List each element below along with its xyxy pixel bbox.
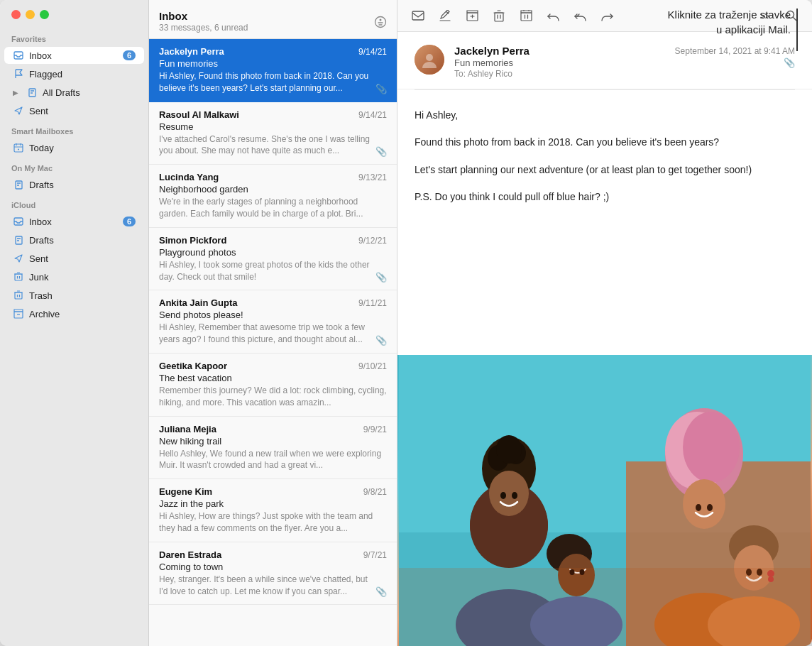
message-item[interactable]: Eugene Kim 9/8/21 Jazz in the park Hi As… bbox=[149, 479, 397, 542]
sidebar-item-inbox[interactable]: Inbox 6 bbox=[4, 47, 144, 64]
message-list-header-left: Inbox 33 messages, 6 unread bbox=[159, 10, 248, 33]
all-drafts-label: All Drafts bbox=[43, 87, 136, 98]
message-item[interactable]: Simon Pickford 9/12/21 Playground photos… bbox=[149, 228, 397, 291]
minimize-button[interactable] bbox=[26, 10, 35, 19]
message-preview: Hi Ashley, Found this photo from back in… bbox=[159, 70, 373, 94]
today-label: Today bbox=[29, 143, 136, 153]
message-list: Jackelyn Perra 9/14/21 Fun memories Hi A… bbox=[149, 39, 397, 646]
sidebar-item-flagged[interactable]: Flagged bbox=[4, 65, 144, 82]
reply-all-button[interactable] bbox=[569, 6, 591, 26]
sidebar-item-archive-icloud[interactable]: Archive bbox=[4, 305, 144, 322]
attachment-icon: 📎 bbox=[375, 272, 387, 283]
app-window: Favorites Inbox 6 Flagged ▶ bbox=[0, 0, 812, 646]
svg-point-34 bbox=[696, 504, 701, 511]
email-header-info: Jackelyn Perra Fun memories To: Ashley R… bbox=[454, 45, 665, 79]
message-item[interactable]: Juliana Mejia 9/9/21 New hiking trail He… bbox=[149, 417, 397, 480]
flagged-icon bbox=[13, 68, 24, 80]
message-preview: Hello Ashley, We found a new trail when … bbox=[159, 448, 387, 472]
email-body-paragraph: Let's start planning our next adventure … bbox=[415, 162, 795, 177]
sidebar-item-drafts-icloud[interactable]: Drafts bbox=[4, 231, 144, 248]
message-item[interactable]: Rasoul Al Malkawi 9/14/21 Resume I've at… bbox=[149, 102, 397, 165]
reply-button[interactable] bbox=[542, 6, 564, 26]
message-sender: Daren Estrada bbox=[159, 549, 221, 560]
email-body-paragraph: Found this photo from back in 2018. Can … bbox=[415, 134, 795, 150]
svg-rect-50 bbox=[399, 568, 811, 646]
drafts-mac-label: Drafts bbox=[29, 180, 136, 190]
sidebar-item-sent-icloud[interactable]: Sent bbox=[4, 250, 144, 267]
message-preview: Hi Ashley, Remember that awesome trip we… bbox=[159, 322, 373, 346]
junk-button[interactable] bbox=[515, 6, 537, 26]
tooltip-bar bbox=[796, 9, 798, 51]
junk-icloud-icon bbox=[13, 271, 24, 283]
drafts-mac-icon bbox=[13, 179, 24, 190]
message-list-header: Inbox 33 messages, 6 unread bbox=[149, 0, 397, 39]
message-item[interactable]: Daren Estrada 9/7/21 Coming to town Hey,… bbox=[149, 542, 397, 606]
email-detail-pane: >> bbox=[397, 0, 812, 646]
message-item[interactable]: Geetika Kapoor 9/10/21 The best vacation… bbox=[149, 354, 397, 417]
sidebar-item-sent[interactable]: Sent bbox=[4, 102, 144, 119]
forward-button[interactable] bbox=[596, 6, 618, 26]
attachment-icon: 📎 bbox=[375, 146, 387, 157]
filter-icon[interactable] bbox=[374, 14, 387, 29]
archive-button[interactable] bbox=[461, 6, 483, 26]
message-subject: Playground photos bbox=[159, 247, 387, 258]
message-item-top: Rasoul Al Malkawi 9/14/21 bbox=[159, 109, 387, 120]
svg-rect-14 bbox=[495, 13, 503, 21]
sidebar-item-all-drafts[interactable]: ▶ All Drafts bbox=[4, 84, 144, 101]
trash-button[interactable] bbox=[488, 6, 510, 26]
sidebar-item-drafts-mac[interactable]: Drafts bbox=[4, 176, 144, 193]
avatar-image bbox=[415, 45, 444, 75]
svg-point-11 bbox=[380, 18, 382, 21]
message-subject: Jazz in the park bbox=[159, 498, 387, 509]
inbox-icloud-label: Inbox bbox=[29, 217, 118, 227]
inbox-title: Inbox bbox=[159, 10, 248, 22]
message-preview: I've attached Carol's resume. She's the … bbox=[159, 133, 373, 158]
message-item[interactable]: Lucinda Yang 9/13/21 Neighborhood garden… bbox=[149, 165, 397, 228]
flagged-label: Flagged bbox=[29, 69, 136, 80]
sidebar-item-trash-icloud[interactable]: Trash bbox=[4, 287, 144, 304]
svg-point-33 bbox=[683, 479, 725, 529]
new-mail-button[interactable] bbox=[407, 6, 429, 26]
close-button[interactable] bbox=[11, 10, 21, 19]
inbox-label: Inbox bbox=[29, 50, 118, 61]
archive-icloud-icon bbox=[13, 308, 24, 319]
message-item-top: Eugene Kim 9/8/21 bbox=[159, 486, 387, 497]
message-sender: Juliana Mejia bbox=[159, 424, 216, 434]
archive-icloud-label: Archive bbox=[29, 309, 136, 319]
message-preview-row: Hello Ashley, We found a new trail when … bbox=[159, 448, 387, 472]
sidebar: Favorites Inbox 6 Flagged ▶ bbox=[0, 0, 149, 646]
message-item-top: Daren Estrada 9/7/21 bbox=[159, 549, 387, 560]
sidebar-item-today[interactable]: Today bbox=[4, 139, 144, 156]
message-list-pane: Inbox 33 messages, 6 unread Jackelyn Per… bbox=[149, 0, 397, 646]
svg-point-10 bbox=[375, 16, 386, 27]
attachment-icon: 📎 bbox=[375, 586, 387, 597]
message-preview-row: Hi Ashley, Found this photo from back in… bbox=[159, 70, 387, 94]
message-date: 9/11/21 bbox=[358, 298, 387, 308]
message-item-top: Geetika Kapoor 9/10/21 bbox=[159, 361, 387, 371]
attachment-indicator: 📎 bbox=[675, 58, 795, 68]
message-preview: Hi Ashley, I took some great photos of t… bbox=[159, 259, 373, 283]
icloud-section-label: iCloud bbox=[0, 194, 148, 212]
compose-button[interactable] bbox=[434, 6, 456, 26]
message-preview: Remember this journey? We did a lot: roc… bbox=[159, 385, 387, 409]
svg-point-26 bbox=[496, 435, 522, 464]
message-item[interactable]: Jackelyn Perra 9/14/21 Fun memories Hi A… bbox=[149, 39, 397, 102]
zoom-button[interactable] bbox=[40, 10, 49, 19]
svg-point-17 bbox=[426, 54, 433, 61]
sidebar-item-inbox-icloud[interactable]: Inbox 6 bbox=[4, 213, 144, 230]
message-date: 9/7/21 bbox=[363, 550, 387, 560]
avatar bbox=[415, 45, 444, 75]
message-sender: Rasoul Al Malkawi bbox=[159, 109, 239, 120]
svg-rect-7 bbox=[15, 274, 22, 280]
drafts-icloud-label: Drafts bbox=[29, 235, 136, 246]
sidebar-item-junk-icloud[interactable]: Junk bbox=[4, 268, 144, 285]
today-icon bbox=[13, 142, 24, 153]
message-date: 9/12/21 bbox=[358, 236, 387, 246]
message-sender: Ankita Jain Gupta bbox=[159, 297, 238, 308]
email-image bbox=[397, 355, 812, 646]
sent-icloud-label: Sent bbox=[29, 253, 136, 264]
message-preview-row: Hi Ashley, How are things? Just spoke wi… bbox=[159, 510, 387, 535]
message-item[interactable]: Ankita Jain Gupta 9/11/21 Send photos pl… bbox=[149, 290, 397, 354]
inbox-subtitle: 33 messages, 6 unread bbox=[159, 23, 248, 33]
message-preview-row: We're in the early stages of planning a … bbox=[159, 196, 387, 220]
